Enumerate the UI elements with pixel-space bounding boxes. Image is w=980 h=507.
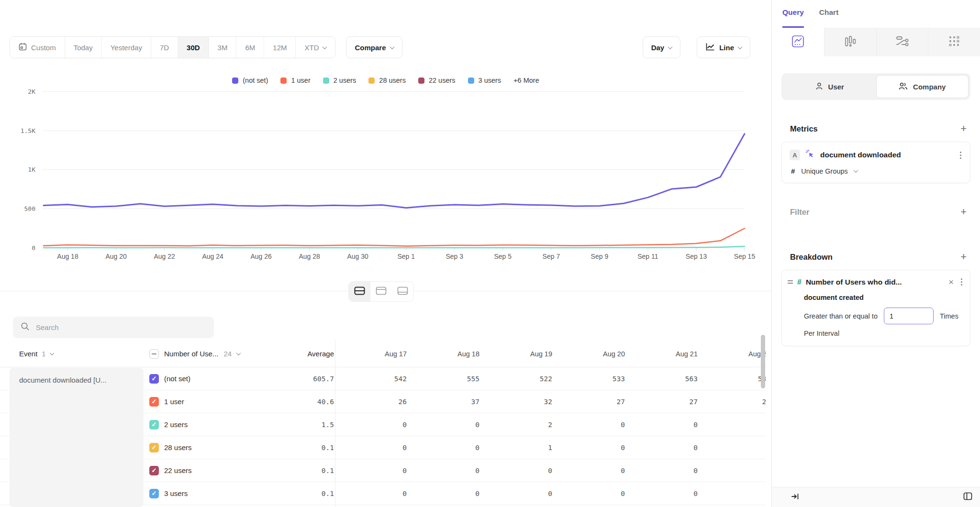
collapse-panel-icon[interactable] xyxy=(791,493,800,502)
date-range-yesterday[interactable]: Yesterday xyxy=(102,37,151,58)
interval-dropdown[interactable]: Day xyxy=(643,36,681,58)
series-checkbox[interactable]: ✓ xyxy=(149,397,159,407)
date-range-label: Yesterday xyxy=(111,44,142,52)
series-checkbox[interactable]: ✓ xyxy=(149,420,159,430)
add-filter-icon[interactable]: + xyxy=(960,207,967,217)
condition-value-input[interactable] xyxy=(884,308,934,324)
tab-chart[interactable]: Chart xyxy=(819,8,838,28)
event-cell[interactable]: document downloaded [U... xyxy=(10,368,144,507)
metric-card[interactable]: A document downloaded # Unique Groups xyxy=(781,142,970,183)
average-value: 0.1 xyxy=(322,467,335,474)
legend-item-28-users[interactable]: 28 users xyxy=(368,77,406,84)
date-range-custom[interactable]: Custom xyxy=(10,37,65,58)
tab-chart-label: Chart xyxy=(819,8,838,16)
condition-label[interactable]: Greater than or equal to xyxy=(804,312,878,320)
series-column-header[interactable]: Number of Use...24 xyxy=(144,349,266,359)
legend-more[interactable]: +6 More xyxy=(513,77,539,84)
date-column-header: Aug 17 xyxy=(385,350,408,358)
toggle-user[interactable]: User xyxy=(783,75,876,98)
chart-type-line-chart[interactable] xyxy=(772,28,824,56)
svg-text:Sep 9: Sep 9 xyxy=(591,253,609,260)
close-icon[interactable]: × xyxy=(948,278,954,286)
kebab-menu-icon[interactable] xyxy=(960,277,963,287)
search-input[interactable] xyxy=(36,323,206,331)
series-checkbox[interactable]: ✓ xyxy=(149,466,159,475)
select-all-checkbox[interactable] xyxy=(149,349,159,359)
metric-aggregation-row[interactable]: # Unique Groups xyxy=(791,167,962,175)
layout-toggle-group xyxy=(348,281,414,302)
date-value: 0 xyxy=(402,490,408,497)
chevron-down-icon xyxy=(853,168,858,173)
toggle-company-label: Company xyxy=(913,83,946,91)
chart-type-flow-chart[interactable] xyxy=(876,28,928,56)
breakdown-title: Number of Users who did... xyxy=(806,278,944,287)
chart-style-dropdown[interactable]: Line xyxy=(697,36,750,58)
top-panel-view-button[interactable] xyxy=(370,282,392,301)
toggle-company[interactable]: Company xyxy=(876,75,969,98)
sidebar-toggle-icon[interactable] xyxy=(963,491,973,503)
event-cursor-icon xyxy=(805,149,815,161)
tab-query[interactable]: Query xyxy=(782,8,804,28)
date-range-12m[interactable]: 12M xyxy=(264,37,296,58)
svg-text:Aug 22: Aug 22 xyxy=(154,253,175,260)
group-toggle: User Company xyxy=(781,73,970,100)
drag-handle-icon[interactable] xyxy=(788,280,793,283)
compare-button[interactable]: Compare xyxy=(346,36,402,58)
main-area: CustomTodayYesterday7D30D3M6M12MXTD Comp… xyxy=(0,0,771,507)
date-value: 0 xyxy=(548,467,553,474)
svg-text:0: 0 xyxy=(32,244,35,252)
per-interval-label[interactable]: Per Interval xyxy=(804,330,963,337)
series-checkbox[interactable]: ✓ xyxy=(149,489,159,498)
bottom-panel-view-button[interactable] xyxy=(392,282,413,301)
company-icon xyxy=(899,82,908,91)
chevron-down-icon xyxy=(236,351,241,355)
breakdown-event[interactable]: document created xyxy=(804,294,963,301)
date-value: 0 xyxy=(621,421,626,429)
date-value: 533 xyxy=(612,375,626,383)
analytics-dashboard: CustomTodayYesterday7D30D3M6M12MXTD Comp… xyxy=(0,0,980,507)
add-metric-icon[interactable]: + xyxy=(960,124,967,133)
date-range-30d[interactable]: 30D xyxy=(178,37,209,58)
chevron-down-icon xyxy=(738,44,743,49)
date-value: 0 xyxy=(402,421,408,429)
legend-swatch xyxy=(418,77,424,84)
series-checkbox[interactable]: ✓ xyxy=(149,374,159,384)
split-view-button[interactable] xyxy=(349,282,370,301)
column-divider xyxy=(335,341,335,507)
kebab-menu-icon[interactable] xyxy=(959,151,962,160)
date-range-3m[interactable]: 3M xyxy=(209,37,237,58)
series-cell: ✓(not set) xyxy=(144,374,266,384)
series-checkbox[interactable]: ✓ xyxy=(149,443,159,452)
date-range-selector: CustomTodayYesterday7D30D3M6M12MXTD xyxy=(10,36,335,58)
date-range-6m[interactable]: 6M xyxy=(236,37,264,58)
svg-text:2K: 2K xyxy=(28,88,35,95)
date-range-label: 12M xyxy=(273,44,287,52)
search-icon xyxy=(21,322,30,333)
breakdown-section-header: Breakdown + xyxy=(790,252,967,262)
date-range-7d[interactable]: 7D xyxy=(151,37,178,58)
event-column-header[interactable]: Event1 xyxy=(0,350,144,358)
number-type-icon: # xyxy=(791,167,795,175)
date-value: 27 xyxy=(690,398,699,406)
date-range-today[interactable]: Today xyxy=(65,37,102,58)
metrics-section-header: Metrics + xyxy=(790,124,967,133)
legend-item-not-set[interactable]: (not set) xyxy=(232,77,268,84)
series-cell: ✓28 users xyxy=(144,443,266,452)
add-breakdown-icon[interactable]: + xyxy=(960,252,967,262)
legend-item-22-users[interactable]: 22 users xyxy=(418,77,456,84)
legend-item-1-user[interactable]: 1 user xyxy=(280,77,310,84)
chart-type-grid-chart[interactable] xyxy=(928,28,980,56)
chart-type-bar-chart[interactable] xyxy=(824,28,876,56)
chart-type-selector xyxy=(772,28,980,56)
table-scrollbar-thumb[interactable] xyxy=(761,335,765,388)
toggle-user-label: User xyxy=(828,83,844,91)
line-chart[interactable]: 05001K1.5K2KAug 18Aug 20Aug 22Aug 24Aug … xyxy=(0,86,771,268)
average-value: 0.1 xyxy=(322,444,335,452)
grid-chart-icon xyxy=(948,35,960,49)
legend-swatch xyxy=(368,77,375,84)
svg-text:1K: 1K xyxy=(28,166,35,173)
filter-heading: Filter xyxy=(790,208,809,217)
date-range-xtd[interactable]: XTD xyxy=(296,37,335,58)
legend-item-3-users[interactable]: 3 users xyxy=(468,77,501,84)
legend-item-2-users[interactable]: 2 users xyxy=(323,77,356,84)
